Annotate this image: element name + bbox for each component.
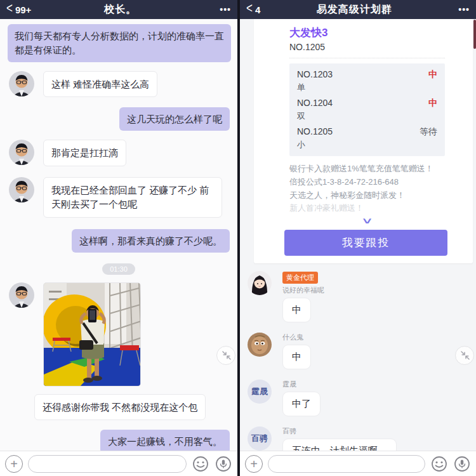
- contact-avatar[interactable]: [9, 177, 34, 202]
- promo-line: 新人首冲豪礼赠送！: [289, 202, 445, 215]
- result-status: 等待: [420, 126, 437, 138]
- message-bubble: 这样啊，那看来真的赚了不少呢。: [72, 229, 230, 253]
- outgoing-message: 这几天玩的怎么样了呢: [4, 107, 234, 131]
- timestamp: 01:30: [102, 263, 135, 275]
- result-row: NO.1203 中 单: [297, 69, 437, 93]
- issue-no: NO.1203: [297, 69, 333, 81]
- message-bubble: 中了: [282, 392, 321, 416]
- back-button[interactable]: < 4: [246, 4, 260, 15]
- lottery-plan-card: 大发快3 NO.1205 NO.1203 中 单 NO.1204 中 双: [254, 19, 473, 263]
- message-input[interactable]: [268, 455, 425, 473]
- bet-type: 小: [297, 139, 437, 150]
- message-bubble: 还得感谢你带我 不然都没现在这个包: [34, 394, 206, 421]
- contact-avatar[interactable]: [9, 71, 34, 96]
- lottery-name: 大发快3: [289, 25, 445, 40]
- member-name: 什么鬼: [282, 333, 311, 342]
- member-name: 霆晟: [282, 380, 321, 389]
- text-avatar[interactable]: 霆晟: [248, 380, 272, 404]
- photo-message[interactable]: [43, 282, 141, 387]
- message-bubble: 中: [282, 298, 311, 322]
- contact-avatar[interactable]: [9, 140, 34, 165]
- outgoing-message: 大家一起赚钱，不用客气。: [4, 430, 234, 451]
- message-bubble: 中: [282, 345, 311, 369]
- left-header: < 99+ 校长。 •••: [0, 0, 237, 19]
- right-header: < 4 易发高级计划群 •••: [240, 0, 476, 19]
- message-bubble: 五连中，计划牛逼啊。: [282, 439, 397, 451]
- group-message: 百骋 百骋 五连中，计划牛逼啊。: [248, 426, 470, 451]
- current-issue: NO.1205: [289, 42, 445, 52]
- group-title: 易发高级计划群: [260, 3, 448, 17]
- unread-count: 99+: [15, 4, 31, 15]
- results-table: NO.1203 中 单 NO.1204 中 双 NO.1205 等待: [289, 63, 445, 156]
- message-bubble: 这几天玩的怎么样了呢: [119, 107, 230, 131]
- result-status: 中: [428, 98, 437, 109]
- incoming-message: 我现在已经全部回血了 还赚了不少 前天刚去买了一个包呢: [4, 177, 234, 218]
- role-badge: 黄金代理: [282, 272, 318, 284]
- girl-avatar[interactable]: [248, 271, 272, 295]
- bet-type: 双: [297, 110, 437, 122]
- message-bubble: 大家一起赚钱，不用客气。: [100, 430, 230, 451]
- pinned-message-bubble: 我们每天都有专人分析数据的，计划的准确率一直都是有保证的。: [8, 24, 231, 62]
- baby-avatar[interactable]: [248, 333, 272, 357]
- incoming-message: 那肯定是扛扛滴: [4, 140, 234, 166]
- emoji-icon[interactable]: [430, 455, 448, 473]
- group-message: 黄金代理 说好的幸福呢 中: [248, 271, 470, 322]
- message-bubble: 那肯定是扛扛滴: [43, 140, 126, 166]
- unread-count: 4: [255, 4, 260, 15]
- private-chat-screen: < 99+ 校长。 ••• 我们每天都有专人分析数据的，计划的准确率一直都是有保…: [0, 0, 237, 476]
- message-bubble: 这样 难怪准确率这么高: [43, 71, 157, 98]
- text-avatar[interactable]: 百骋: [248, 426, 272, 451]
- more-menu-button[interactable]: •••: [209, 4, 231, 15]
- chat-title: 校长。: [31, 3, 209, 17]
- scrollbar-thumb[interactable]: [473, 20, 476, 49]
- group-message-list: 黄金代理 说好的幸福呢 中 什么鬼 中 霆晟 霆晟 中了 百骋 百骋 五连中，计…: [240, 263, 476, 451]
- timestamp-row: 01:30: [4, 263, 234, 275]
- emoji-icon[interactable]: [192, 455, 209, 473]
- attach-plus-button[interactable]: +: [245, 455, 263, 473]
- issue-no: NO.1205: [297, 126, 333, 138]
- follow-bet-button[interactable]: 我要跟投: [284, 230, 447, 256]
- right-input-bar: +: [240, 451, 476, 476]
- contact-avatar[interactable]: [9, 282, 34, 308]
- collapse-window-button[interactable]: [455, 346, 474, 365]
- message-bubble: 我现在已经全部回血了 还赚了不少 前天刚去买了一个包呢: [43, 177, 222, 218]
- promo-line: 银行卡入款赠送1%笔笔充值笔笔赠送！: [289, 162, 445, 176]
- outgoing-message: 这样啊，那看来真的赚了不少呢。: [4, 229, 234, 253]
- microphone-icon[interactable]: [215, 455, 232, 473]
- result-row: NO.1205 等待 小: [297, 126, 437, 150]
- dotted-divider: [289, 58, 445, 58]
- promo-line: 天选之人，神秘彩金随时派发！: [289, 189, 445, 202]
- microphone-icon[interactable]: [453, 455, 471, 473]
- group-chat-screen: < 4 易发高级计划群 ••• 大发快3 NO.1205 NO.1203 中 单: [240, 0, 476, 476]
- member-name: 百骋: [282, 426, 397, 436]
- back-button[interactable]: < 99+: [6, 4, 31, 15]
- result-status: 中: [428, 69, 437, 81]
- message-list: 我们每天都有专人分析数据的，计划的准确率一直都是有保证的。 这样 难怪准确率这么…: [0, 19, 237, 451]
- left-input-bar: +: [0, 451, 237, 476]
- bet-type: 单: [297, 82, 437, 93]
- promo-line: 倍投公式1-3-8-24-72-216-648: [289, 176, 445, 189]
- promo-text: 银行卡入款赠送1%笔笔充值笔笔赠送！ 倍投公式1-3-8-24-72-216-6…: [289, 162, 445, 215]
- attach-plus-button[interactable]: +: [5, 455, 23, 473]
- group-message: 霆晟 霆晟 中了: [248, 380, 470, 416]
- group-message: 什么鬼 中: [248, 333, 470, 369]
- incoming-photo-message: [4, 282, 234, 387]
- expand-chevron-icon[interactable]: ˅: [243, 216, 476, 226]
- issue-no: NO.1204: [297, 98, 333, 109]
- back-chevron-icon: <: [246, 1, 253, 17]
- collapse-window-button[interactable]: [216, 346, 235, 365]
- message-input[interactable]: [28, 455, 187, 473]
- incoming-message: 还得感谢你带我 不然都没现在这个包: [4, 394, 234, 421]
- incoming-message: 这样 难怪准确率这么高: [4, 71, 234, 98]
- more-menu-button[interactable]: •••: [448, 4, 470, 15]
- back-chevron-icon: <: [6, 1, 13, 17]
- member-name: 说好的幸福呢: [282, 286, 324, 295]
- result-row: NO.1204 中 双: [297, 98, 437, 122]
